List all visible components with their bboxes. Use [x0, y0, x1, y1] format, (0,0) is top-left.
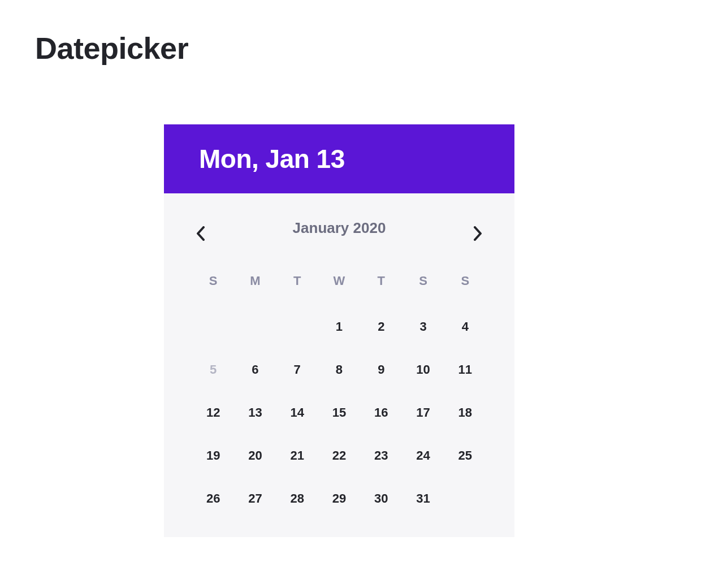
dow-header: T [276, 267, 318, 305]
day-cell[interactable]: 27 [234, 477, 276, 520]
day-cell[interactable]: 13 [234, 391, 276, 434]
datepicker-body: January 2020 SMTWTSS12345678910111213141… [164, 193, 514, 537]
day-cell-empty [276, 305, 318, 348]
day-cell[interactable]: 18 [444, 391, 486, 434]
day-cell[interactable]: 15 [318, 391, 360, 434]
next-month-button[interactable] [469, 225, 486, 242]
day-cell[interactable]: 23 [360, 434, 402, 477]
dow-header: S [192, 267, 234, 305]
day-cell[interactable]: 8 [318, 348, 360, 391]
day-cell[interactable]: 4 [444, 305, 486, 348]
datepicker-header: Mon, Jan 13 [164, 124, 514, 193]
day-cell-empty [444, 477, 486, 520]
day-cell[interactable]: 9 [360, 348, 402, 391]
datepicker: Mon, Jan 13 January 2020 SMTWTSS123456 [164, 124, 514, 537]
day-cell[interactable]: 5 [192, 348, 234, 391]
day-cell[interactable]: 26 [192, 477, 234, 520]
day-cell[interactable]: 16 [360, 391, 402, 434]
dow-header: S [402, 267, 444, 305]
prev-month-button[interactable] [192, 225, 209, 242]
day-cell[interactable]: 21 [276, 434, 318, 477]
dow-header: S [444, 267, 486, 305]
current-month-label: January 2020 [209, 219, 469, 237]
day-cell[interactable]: 14 [276, 391, 318, 434]
day-cell[interactable]: 17 [402, 391, 444, 434]
page-title: Datepicker [35, 31, 701, 66]
day-cell[interactable]: 30 [360, 477, 402, 520]
calendar-grid: SMTWTSS123456789101112131415161718192021… [192, 267, 486, 520]
day-cell[interactable]: 11 [444, 348, 486, 391]
day-cell[interactable]: 29 [318, 477, 360, 520]
day-cell[interactable]: 24 [402, 434, 444, 477]
day-cell[interactable]: 25 [444, 434, 486, 477]
day-cell-empty [234, 305, 276, 348]
day-cell-empty [192, 305, 234, 348]
day-cell[interactable]: 3 [402, 305, 444, 348]
day-cell[interactable]: 12 [192, 391, 234, 434]
dow-header: M [234, 267, 276, 305]
selected-date-label: Mon, Jan 13 [199, 144, 514, 174]
day-cell[interactable]: 19 [192, 434, 234, 477]
day-cell[interactable]: 10 [402, 348, 444, 391]
chevron-right-icon [473, 226, 482, 241]
month-nav: January 2020 [192, 222, 486, 242]
day-cell[interactable]: 20 [234, 434, 276, 477]
chevron-left-icon [196, 226, 205, 241]
day-cell[interactable]: 6 [234, 348, 276, 391]
day-cell[interactable]: 7 [276, 348, 318, 391]
day-cell[interactable]: 22 [318, 434, 360, 477]
dow-header: T [360, 267, 402, 305]
day-cell[interactable]: 2 [360, 305, 402, 348]
day-cell[interactable]: 31 [402, 477, 444, 520]
dow-header: W [318, 267, 360, 305]
day-cell[interactable]: 28 [276, 477, 318, 520]
day-cell[interactable]: 1 [318, 305, 360, 348]
